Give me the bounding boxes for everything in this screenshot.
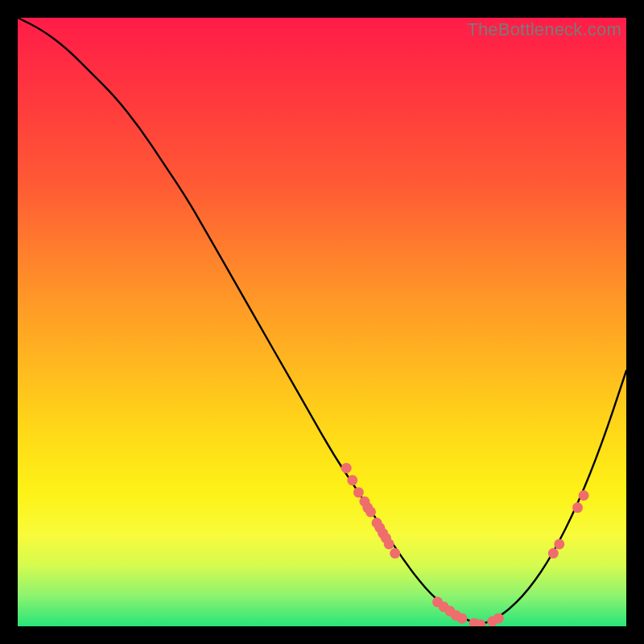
- marker-dot: [353, 487, 364, 497]
- marker-dot: [548, 548, 559, 559]
- marker-dot: [341, 463, 352, 473]
- marker-dot: [365, 506, 376, 517]
- marker-dot: [579, 490, 589, 501]
- marker-dot: [390, 548, 400, 559]
- marker-dot: [554, 539, 564, 549]
- marker-dot: [347, 475, 357, 485]
- marker-dot: [384, 539, 394, 549]
- plot-area: TheBottleneck.com: [18, 18, 626, 626]
- chart-frame: TheBottleneck.com: [0, 0, 644, 644]
- marker-dot: [493, 613, 504, 624]
- watermark-label: TheBottleneck.com: [467, 19, 621, 40]
- marker-group: [341, 463, 589, 626]
- bottleneck-curve: [18, 18, 626, 623]
- marker-dot: [572, 502, 583, 513]
- marker-dot: [456, 613, 467, 624]
- curve-layer: [18, 18, 626, 626]
